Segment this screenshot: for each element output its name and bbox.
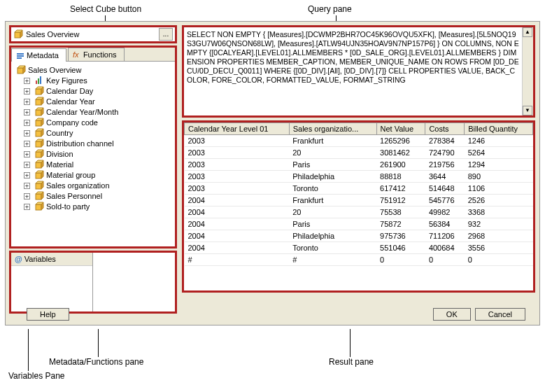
table-row[interactable]: 2004Paris7587256384932 [185,218,533,230]
tree-item[interactable]: +Material [24,160,172,169]
expand-icon[interactable]: + [24,78,30,84]
expand-icon[interactable]: + [24,172,30,178]
dimension-icon [34,170,44,180]
table-row[interactable]: 2004Toronto5510464006843556 [185,242,533,254]
table-cell: 2004 [185,218,290,230]
expand-icon[interactable]: + [24,193,30,200]
table-cell: 751912 [376,195,425,206]
svg-rect-7 [17,68,23,74]
tree-item-label: Sales Personnel [46,192,102,200]
tree-item[interactable]: +Division [24,149,172,159]
tree-item[interactable]: +Country [24,128,172,138]
expand-icon[interactable]: + [24,162,30,168]
metadata-functions-pane: Metadata fx Functions Sales Overview +Ke… [9,46,177,248]
dimension-icon [34,118,44,127]
tree-item[interactable]: +Sales organization [24,181,172,190]
tree-item[interactable]: +Material group [24,170,172,180]
svg-rect-34 [36,162,41,168]
tree-item[interactable]: +Sales Personnel [24,191,172,201]
svg-rect-10 [36,80,37,84]
table-row[interactable]: 20032030814627247905264 [185,147,533,159]
table-cell: Philadelphia [289,171,376,183]
svg-rect-46 [36,204,41,210]
cancel-button[interactable]: Cancel [475,308,525,321]
table-cell: 3368 [465,206,533,218]
table-cell: 545776 [425,195,465,206]
expand-icon[interactable]: + [24,120,30,126]
expand-icon[interactable]: + [24,183,30,189]
svg-rect-28 [36,141,41,147]
help-button[interactable]: Help [27,308,69,321]
column-header[interactable]: Billed Quantity [465,123,533,135]
table-row[interactable]: 2003Toronto6174125146481106 [185,183,533,195]
table-cell: 514648 [425,183,465,195]
variables-detail[interactable] [93,253,175,312]
table-cell: Paris [289,159,376,171]
ok-button[interactable]: OK [433,308,471,321]
table-row[interactable]: 2003Frankfurt12652962783841246 [185,135,533,147]
tree-item[interactable]: +Calendar Year [24,97,172,106]
scrollbar[interactable]: ▲ ▼ [522,27,533,115]
svg-rect-5 [17,57,22,59]
table-cell: 2003 [185,171,290,183]
callout-variables-pane: Variables Pane [8,371,65,381]
table-cell: 551046 [376,242,425,254]
tab-metadata-label: Metadata [27,51,59,59]
tree-root-label: Sales Overview [28,66,81,74]
query-text[interactable]: SELECT NON EMPTY { [Measures].[DCWMP2BHR… [184,27,522,115]
table-row[interactable]: 2004Philadelphia9757367112062968 [185,230,533,242]
tree-root[interactable]: Sales Overview [14,65,172,75]
table-cell: 617412 [376,183,425,195]
expand-icon[interactable]: + [24,204,30,210]
table-row[interactable]: 2003Philadelphia888183644890 [185,171,533,183]
column-header[interactable]: Calendar Year Level 01 [185,123,290,135]
browse-cube-button[interactable]: ... [159,28,173,41]
metadata-tree[interactable]: Sales Overview +Key Figures+Calendar Day… [11,62,175,245]
table-cell: 2003 [185,183,290,195]
cube-icon [16,65,26,75]
tab-functions[interactable]: fx Functions [68,48,125,61]
table-cell: 2004 [185,195,290,206]
scroll-down-icon[interactable]: ▼ [523,106,532,115]
expand-icon[interactable]: + [24,88,30,94]
tree-item[interactable]: +Sold-to party [24,202,172,211]
tree-item[interactable]: +Key Figures [24,76,172,85]
tree-item[interactable]: +Calendar Day [24,86,172,96]
column-header[interactable]: Sales organizatio... [289,123,376,135]
variables-list[interactable] [11,266,92,270]
expand-icon[interactable]: + [24,130,30,136]
expand-icon[interactable]: + [24,151,30,158]
table-cell: 1106 [465,183,533,195]
table-row[interactable]: 20042075538499823368 [185,206,533,218]
dimension-icon [34,160,44,169]
query-pane: SELECT NON EMPTY { [Measures].[DCWMP2BHR… [182,25,535,118]
table-cell: 2003 [185,159,290,171]
table-row[interactable]: ##000 [185,254,533,266]
expand-icon[interactable]: + [24,99,30,105]
table-cell: 3644 [425,171,465,183]
expand-icon[interactable]: + [24,109,30,115]
table-cell: 2004 [185,242,290,254]
tree-item[interactable]: +Calendar Year/Month [24,107,172,117]
table-cell: Toronto [289,183,376,195]
table-row[interactable]: 2004Frankfurt7519125457762526 [185,195,533,206]
scroll-up-icon[interactable]: ▲ [523,27,532,37]
table-cell: 711206 [425,230,465,242]
svg-rect-31 [36,152,41,158]
tree-item[interactable]: +Distribution channel [24,139,172,148]
table-row[interactable]: 2003Paris2619002197561294 [185,159,533,171]
column-header[interactable]: Net Value [376,123,425,135]
column-header[interactable]: Costs [425,123,465,135]
tree-item[interactable]: +Company code [24,118,172,127]
svg-rect-37 [36,173,41,178]
svg-rect-40 [36,183,41,189]
table-cell: 3081462 [376,147,425,159]
table-cell: 890 [465,171,533,183]
result-table[interactable]: Calendar Year Level 01Sales organizatio.… [184,122,533,266]
tab-metadata[interactable]: Metadata [11,48,66,62]
table-cell: 0 [376,254,425,266]
table-cell: 75872 [376,218,425,230]
table-cell: Toronto [289,242,376,254]
expand-icon[interactable]: + [24,141,30,147]
result-pane: Calendar Year Level 01Sales organizatio.… [182,120,535,293]
